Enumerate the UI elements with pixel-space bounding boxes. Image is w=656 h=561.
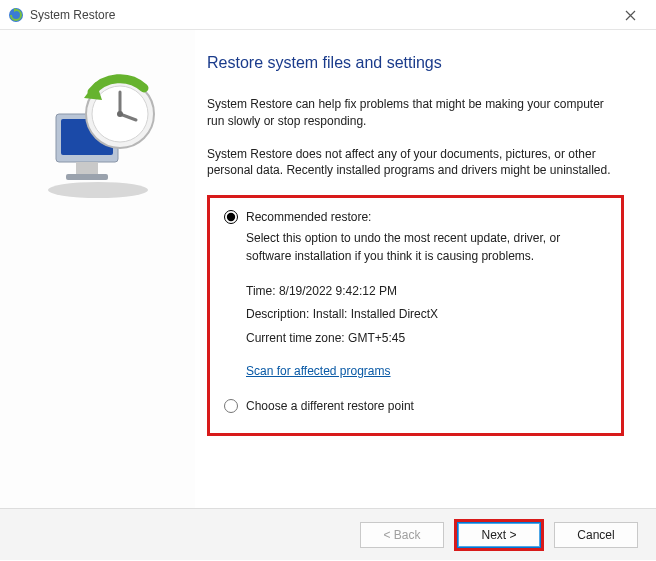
restore-illustration-icon bbox=[28, 62, 168, 202]
cancel-button[interactable]: Cancel bbox=[554, 522, 638, 548]
content: Restore system files and settings System… bbox=[0, 30, 656, 508]
footer: < Back Next > Cancel bbox=[0, 508, 656, 560]
recommended-details: Select this option to undo the most rece… bbox=[246, 230, 607, 380]
restore-options-box: Recommended restore: Select this option … bbox=[207, 195, 624, 435]
intro-paragraph-1: System Restore can help fix problems tha… bbox=[207, 96, 624, 130]
different-restore-label: Choose a different restore point bbox=[246, 399, 414, 413]
restore-app-icon bbox=[8, 7, 24, 23]
back-button: < Back bbox=[360, 522, 444, 548]
recommended-restore-option[interactable]: Recommended restore: bbox=[224, 210, 607, 224]
restore-timezone: Current time zone: GMT+5:45 bbox=[246, 330, 607, 347]
svg-point-2 bbox=[48, 182, 148, 198]
sidebar bbox=[0, 30, 195, 508]
next-button[interactable]: Next > bbox=[457, 522, 541, 548]
page-heading: Restore system files and settings bbox=[207, 54, 624, 72]
recommended-restore-radio[interactable] bbox=[224, 210, 238, 224]
svg-rect-5 bbox=[76, 162, 98, 174]
svg-point-11 bbox=[117, 111, 123, 117]
different-restore-radio[interactable] bbox=[224, 399, 238, 413]
recommended-restore-label: Recommended restore: bbox=[246, 210, 371, 224]
intro-paragraph-2: System Restore does not affect any of yo… bbox=[207, 146, 624, 180]
restore-description: Description: Install: Installed DirectX bbox=[246, 306, 607, 323]
close-button[interactable] bbox=[610, 4, 650, 26]
next-button-highlight: Next > bbox=[454, 519, 544, 551]
restore-time: Time: 8/19/2022 9:42:12 PM bbox=[246, 283, 607, 300]
main-panel: Restore system files and settings System… bbox=[195, 30, 656, 508]
recommended-description: Select this option to undo the most rece… bbox=[246, 230, 607, 265]
svg-rect-6 bbox=[66, 174, 108, 180]
different-restore-option[interactable]: Choose a different restore point bbox=[224, 399, 607, 413]
titlebar: System Restore bbox=[0, 0, 656, 30]
window-title: System Restore bbox=[30, 8, 115, 22]
scan-affected-programs-link[interactable]: Scan for affected programs bbox=[246, 363, 391, 380]
